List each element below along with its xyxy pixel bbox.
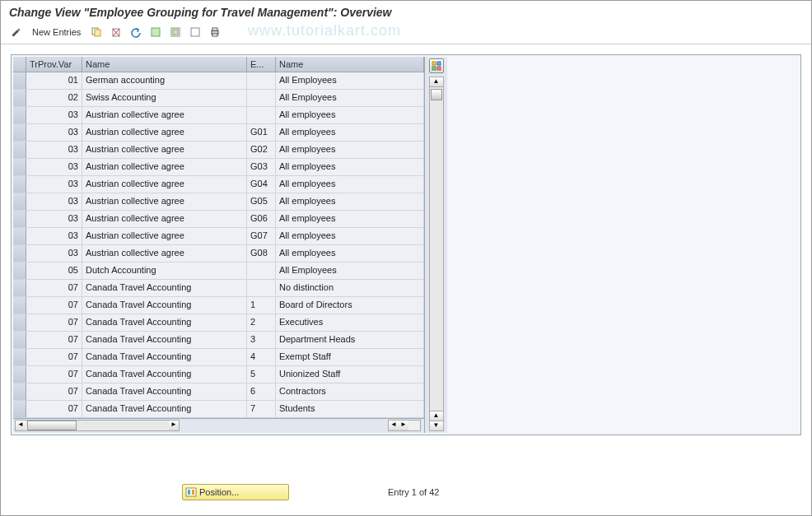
select-block-icon[interactable] bbox=[166, 24, 184, 40]
cell-name2[interactable]: All employees bbox=[276, 193, 424, 210]
toggle-edit-icon[interactable] bbox=[7, 24, 26, 40]
cell-trvar[interactable]: 07 bbox=[26, 332, 82, 348]
cell-trvar[interactable]: 07 bbox=[26, 280, 82, 296]
deselect-all-icon[interactable] bbox=[186, 24, 204, 40]
cell-name1[interactable]: Austrian collective agree bbox=[82, 107, 247, 123]
row-selector[interactable] bbox=[13, 314, 26, 331]
table-row[interactable]: 03Austrian collective agreeG05All employ… bbox=[13, 193, 424, 211]
cell-name2[interactable]: No distinction bbox=[276, 280, 424, 296]
cell-name2[interactable]: Contractors bbox=[276, 384, 424, 400]
table-settings-icon[interactable] bbox=[429, 58, 444, 73]
cell-trvar[interactable]: 02 bbox=[26, 90, 82, 106]
cell-egrp[interactable]: 1 bbox=[247, 297, 276, 314]
cell-trvar[interactable]: 03 bbox=[26, 142, 82, 158]
cell-trvar[interactable]: 03 bbox=[26, 245, 82, 262]
scroll-right-icon[interactable]: ► bbox=[169, 421, 179, 430]
cell-trvar[interactable]: 03 bbox=[26, 211, 82, 227]
new-entries-button[interactable]: New Entries bbox=[27, 26, 86, 39]
cell-trvar[interactable]: 07 bbox=[26, 366, 82, 383]
cell-name2[interactable]: All employees bbox=[276, 124, 424, 141]
cell-name2[interactable]: All employees bbox=[276, 107, 424, 123]
cell-egrp[interactable]: 3 bbox=[247, 332, 276, 348]
cell-name1[interactable]: Austrian collective agree bbox=[82, 159, 247, 175]
cell-egrp[interactable]: 6 bbox=[247, 384, 276, 400]
table-row[interactable]: 03Austrian collective agreeG02All employ… bbox=[13, 142, 424, 159]
cell-name2[interactable]: Exempt Staff bbox=[276, 349, 424, 365]
table-row[interactable]: 07Canada Travel Accounting2Executives bbox=[13, 314, 424, 332]
copy-icon[interactable] bbox=[87, 24, 105, 40]
cell-name1[interactable]: Austrian collective agree bbox=[82, 228, 247, 244]
cell-name1[interactable]: Canada Travel Accounting bbox=[82, 366, 247, 383]
cell-trvar[interactable]: 07 bbox=[26, 297, 82, 314]
table-row[interactable]: 07Canada Travel Accounting3Department He… bbox=[13, 332, 424, 349]
row-selector[interactable] bbox=[13, 124, 26, 141]
cell-trvar[interactable]: 07 bbox=[26, 401, 82, 417]
table-row[interactable]: 03Austrian collective agreeAll employees bbox=[13, 107, 424, 124]
scroll-left-icon[interactable]: ◄ bbox=[16, 421, 26, 430]
cell-name1[interactable]: Canada Travel Accounting bbox=[82, 332, 247, 348]
cell-trvar[interactable]: 03 bbox=[26, 107, 82, 123]
print-icon[interactable] bbox=[206, 24, 224, 40]
cell-name1[interactable]: Canada Travel Accounting bbox=[82, 384, 247, 400]
table-row[interactable]: 03Austrian collective agreeG08All employ… bbox=[13, 245, 424, 263]
cell-name2[interactable]: All employees bbox=[276, 211, 424, 227]
cell-trvar[interactable]: 03 bbox=[26, 193, 82, 210]
cell-egrp[interactable]: 5 bbox=[247, 366, 276, 383]
delete-icon[interactable] bbox=[107, 24, 125, 40]
col-header-name1[interactable]: Name bbox=[82, 57, 247, 72]
table-row[interactable]: 03Austrian collective agreeG03All employ… bbox=[13, 159, 424, 176]
row-selector[interactable] bbox=[13, 228, 26, 244]
cell-egrp[interactable] bbox=[247, 107, 276, 123]
cell-name2[interactable]: Executives bbox=[276, 314, 424, 331]
cell-name1[interactable]: Austrian collective agree bbox=[82, 193, 247, 210]
row-selector[interactable] bbox=[13, 211, 26, 227]
table-row[interactable]: 07Canada Travel AccountingNo distinction bbox=[13, 280, 424, 297]
cell-egrp[interactable] bbox=[247, 72, 276, 89]
cell-egrp[interactable]: G01 bbox=[247, 124, 276, 141]
cell-egrp[interactable]: G04 bbox=[247, 176, 276, 193]
cell-trvar[interactable]: 07 bbox=[26, 384, 82, 400]
table-row[interactable]: 03Austrian collective agreeG07All employ… bbox=[13, 228, 424, 245]
table-row[interactable]: 01German accountingAll Employees bbox=[13, 72, 424, 90]
row-selector[interactable] bbox=[13, 401, 26, 417]
cell-name1[interactable]: Canada Travel Accounting bbox=[82, 349, 247, 365]
row-selector[interactable] bbox=[13, 193, 26, 210]
cell-name2[interactable]: Unionized Staff bbox=[276, 366, 424, 383]
cell-name1[interactable]: Swiss Accounting bbox=[82, 90, 247, 106]
table-row[interactable]: 07Canada Travel Accounting5Unionized Sta… bbox=[13, 366, 424, 384]
row-selector[interactable] bbox=[13, 263, 26, 279]
select-all-icon[interactable] bbox=[147, 24, 165, 40]
row-selector[interactable] bbox=[13, 159, 26, 175]
v-scrollbar[interactable]: ▲ ▲ ▼ bbox=[429, 77, 444, 431]
row-selector[interactable] bbox=[13, 176, 26, 193]
row-selector[interactable] bbox=[13, 297, 26, 314]
row-selector[interactable] bbox=[13, 280, 26, 296]
cell-name2[interactable]: Board of Directors bbox=[276, 297, 424, 314]
cell-name2[interactable]: All employees bbox=[276, 228, 424, 244]
cell-name1[interactable]: Austrian collective agree bbox=[82, 176, 247, 193]
cell-name2[interactable]: All employees bbox=[276, 159, 424, 175]
cell-name1[interactable]: Dutch Accounting bbox=[82, 263, 247, 279]
row-selector[interactable] bbox=[13, 245, 26, 262]
row-selector[interactable] bbox=[13, 72, 26, 89]
cell-egrp[interactable]: G08 bbox=[247, 245, 276, 262]
cell-name1[interactable]: Austrian collective agree bbox=[82, 245, 247, 262]
row-selector[interactable] bbox=[13, 366, 26, 383]
cell-trvar[interactable]: 01 bbox=[26, 72, 82, 89]
cell-name1[interactable]: Austrian collective agree bbox=[82, 124, 247, 141]
row-selector[interactable] bbox=[13, 332, 26, 348]
cell-name2[interactable]: All employees bbox=[276, 142, 424, 158]
cell-name2[interactable]: All Employees bbox=[276, 72, 424, 89]
table-row[interactable]: 07Canada Travel Accounting1Board of Dire… bbox=[13, 297, 424, 314]
cell-trvar[interactable]: 03 bbox=[26, 124, 82, 141]
cell-trvar[interactable]: 07 bbox=[26, 349, 82, 365]
cell-name2[interactable]: Department Heads bbox=[276, 332, 424, 348]
cell-name1[interactable]: Canada Travel Accounting bbox=[82, 401, 247, 417]
row-selector[interactable] bbox=[13, 107, 26, 123]
table-row[interactable]: 03Austrian collective agreeG04All employ… bbox=[13, 176, 424, 193]
cell-egrp[interactable]: 4 bbox=[247, 349, 276, 365]
cell-egrp[interactable]: G05 bbox=[247, 193, 276, 210]
h-scrollbar-right[interactable]: ◄ ► bbox=[388, 420, 421, 431]
cell-name1[interactable]: Canada Travel Accounting bbox=[82, 314, 247, 331]
cell-name2[interactable]: Students bbox=[276, 401, 424, 417]
